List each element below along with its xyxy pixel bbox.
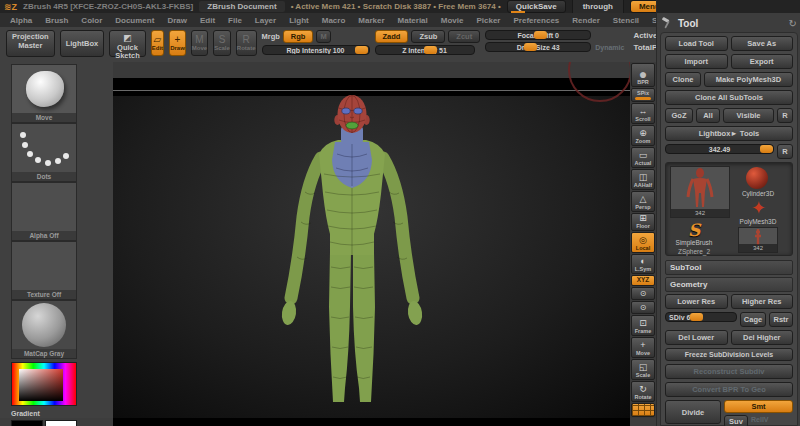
quicksave-button[interactable]: QuickSave	[507, 0, 566, 13]
dynamic-toggle[interactable]: Dynamic	[595, 44, 624, 51]
move-button[interactable]: M Move	[191, 30, 208, 56]
menu-edit[interactable]: Edit	[200, 16, 215, 25]
zsphere-label[interactable]: ZSphere_2	[666, 248, 722, 255]
polymesh3d-icon[interactable]: ✦	[751, 199, 766, 217]
subtool-section-header[interactable]: SubTool	[665, 260, 793, 275]
m-button[interactable]: M	[316, 30, 330, 43]
focal-shift-slider[interactable]: Focal Shift 0	[485, 30, 591, 40]
polyframe-button[interactable]	[631, 403, 655, 417]
reconstruct-subdiv-button[interactable]: Reconstruct Subdiv	[665, 364, 793, 379]
spix-slider[interactable]: SPix	[631, 88, 655, 102]
menu-draw[interactable]: Draw	[167, 16, 187, 25]
frame-button[interactable]: ⊡ Frame	[631, 315, 655, 336]
geometry-section-header[interactable]: Geometry	[665, 277, 793, 292]
material-selector[interactable]: MatCap Gray	[11, 300, 77, 359]
zadd-button[interactable]: Zadd	[375, 30, 409, 43]
menu-material[interactable]: Material	[398, 16, 428, 25]
zsub-button[interactable]: Zsub	[411, 30, 445, 43]
relv-toggle[interactable]: RelIV	[751, 415, 769, 426]
xyz-button[interactable]: XYZ	[631, 275, 655, 286]
local-button[interactable]: ◎ Local	[631, 232, 655, 253]
lower-res-button[interactable]: Lower Res	[665, 294, 728, 309]
sdiv-slider[interactable]: SDiv 6	[665, 312, 737, 322]
lightbox-button[interactable]: LightBox	[60, 30, 105, 57]
lightbox-tools-button[interactable]: Lightbox► Tools	[665, 126, 793, 141]
load-tool-button[interactable]: Load Tool	[665, 36, 728, 51]
export-button[interactable]: Export	[731, 54, 794, 69]
spin-up-button[interactable]: ⊙	[631, 287, 655, 300]
save-as-button[interactable]: Save As	[731, 36, 794, 51]
document-canvas[interactable]	[113, 62, 630, 426]
tool-index-slider[interactable]: 342.49	[665, 144, 774, 154]
clone-all-subtools-button[interactable]: Clone All SubTools	[665, 90, 793, 105]
projection-master-button[interactable]: Projection Master	[6, 30, 55, 57]
panel-refresh-icon[interactable]: ↻	[789, 18, 797, 29]
cage-button[interactable]: Cage	[740, 312, 766, 327]
menu-brush[interactable]: Brush	[45, 16, 68, 25]
z-intensity-slider[interactable]: Z Intensity 51	[375, 45, 475, 55]
import-button[interactable]: Import	[665, 54, 728, 69]
del-higher-button[interactable]: Del Higher	[731, 330, 794, 345]
secondary-color-swatch[interactable]	[45, 420, 77, 426]
persp-button[interactable]: △ Persp	[631, 191, 655, 212]
lsym-button[interactable]: ◐ L.Sym	[631, 254, 655, 274]
menu-file[interactable]: File	[228, 16, 242, 25]
menu-alpha[interactable]: Alpha	[10, 16, 32, 25]
menu-light[interactable]: Light	[289, 16, 309, 25]
higher-res-button[interactable]: Higher Res	[731, 294, 794, 309]
texture-selector[interactable]: Texture Off	[11, 241, 77, 300]
menu-preferences[interactable]: Preferences	[513, 16, 559, 25]
stroke-selector[interactable]: Dots	[11, 123, 77, 182]
scroll-button[interactable]: ↔ Scroll	[631, 103, 655, 124]
zoom-scale-button[interactable]: ◱ Scale	[631, 359, 655, 380]
menu-color[interactable]: Color	[81, 16, 102, 25]
mrgb-button[interactable]: Mrgb	[262, 32, 280, 41]
active-tool-thumbnail[interactable]: 342	[670, 166, 730, 218]
make-polymesh3d-button[interactable]: Make PolyMesh3D	[704, 72, 793, 87]
actual-button[interactable]: ▭ Actual	[631, 147, 655, 168]
tool-342-thumbnail[interactable]: 342	[738, 227, 778, 253]
cylinder3d-icon[interactable]	[746, 167, 768, 189]
pan-move-button[interactable]: + Move	[631, 337, 655, 358]
convert-bpr-button[interactable]: Convert BPR To Geo	[665, 382, 793, 397]
menu-document[interactable]: Document	[115, 16, 154, 25]
suv-toggle[interactable]: Suv	[724, 415, 748, 426]
color-picker[interactable]	[11, 362, 77, 406]
main-color-swatch[interactable]	[11, 420, 43, 426]
divide-button[interactable]: Divide	[665, 400, 721, 424]
rotate-button[interactable]: R Rotate	[236, 30, 257, 56]
goz-visible-button[interactable]: Visible	[723, 108, 774, 123]
zoom-button[interactable]: ⊕ Zoom	[631, 125, 655, 146]
rstr-button[interactable]: Rstr	[769, 312, 793, 327]
draw-button[interactable]: + Draw	[169, 30, 186, 56]
bpr-render-button[interactable]: ● BPR	[631, 63, 655, 87]
alpha-selector[interactable]: Alpha Off	[11, 182, 77, 241]
quick-sketch-button[interactable]: ◩ Quick Sketch	[109, 30, 146, 57]
aahalf-button[interactable]: ◫ AAHalf	[631, 169, 655, 190]
menu-macro[interactable]: Macro	[322, 16, 346, 25]
freeze-subdivision-button[interactable]: Freeze SubDivision Levels	[665, 348, 793, 361]
goz-button[interactable]: GoZ	[665, 108, 693, 123]
goz-r-button[interactable]: R	[777, 108, 793, 123]
scale-button[interactable]: S Scale	[213, 30, 231, 56]
goz-all-button[interactable]: All	[696, 108, 720, 123]
rotate-view-button[interactable]: ↻ Rotate	[631, 381, 655, 402]
zcut-button[interactable]: Zcut	[448, 30, 480, 43]
menu-picker[interactable]: Picker	[476, 16, 500, 25]
menu-marker[interactable]: Marker	[358, 16, 384, 25]
gradient-label[interactable]: Gradient	[11, 410, 40, 417]
floor-button[interactable]: ⊞ Floor	[631, 213, 655, 231]
del-lower-button[interactable]: Del Lower	[665, 330, 728, 345]
menu-render[interactable]: Render	[572, 16, 600, 25]
smt-toggle[interactable]: Smt	[724, 400, 793, 413]
draw-size-slider[interactable]: Draw Size 43	[485, 42, 591, 52]
menu-stencil[interactable]: Stencil	[613, 16, 639, 25]
simplebrush-icon[interactable]: S	[688, 220, 700, 240]
menu-layer[interactable]: Layer	[255, 16, 276, 25]
tool-index-r-button[interactable]: R	[777, 144, 793, 159]
menu-movie[interactable]: Movie	[441, 16, 464, 25]
spin-down-button[interactable]: ⊙	[631, 301, 655, 314]
clone-button[interactable]: Clone	[665, 72, 701, 87]
rgb-intensity-slider[interactable]: Rgb Intensity 100	[262, 45, 370, 55]
rgb-button[interactable]: Rgb	[283, 30, 314, 43]
